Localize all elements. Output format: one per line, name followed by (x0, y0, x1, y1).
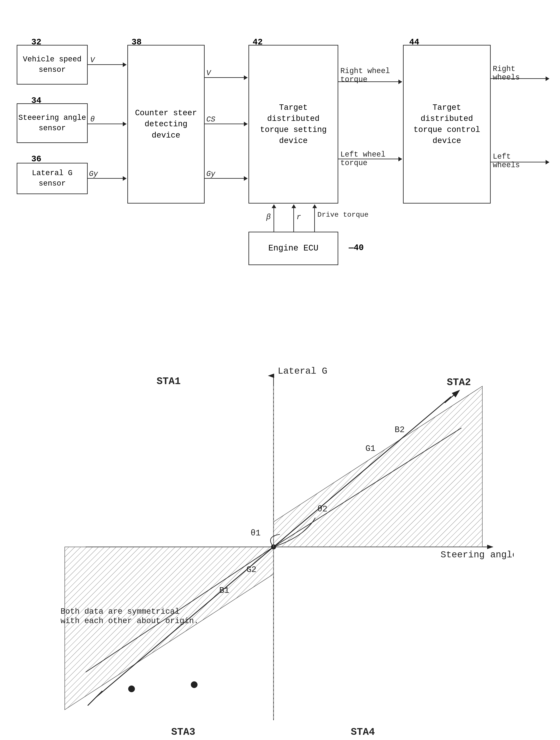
svg-text:B2: B2 (395, 425, 405, 435)
steering-angle-sensor-box: Steeering angle sensor (17, 103, 88, 143)
label-cs: CS (206, 115, 215, 124)
label-r: r (296, 213, 301, 221)
label-beta: β (266, 213, 271, 221)
arrow-r (293, 204, 294, 232)
svg-text:G1: G1 (365, 444, 375, 453)
label-right-wheel-torque: Right wheel torque (340, 67, 390, 84)
lateral-g-sensor-box: Lateral G sensor (17, 163, 88, 194)
svg-text:Both data are symmetrical: Both data are symmetrical (61, 607, 180, 616)
target-distributed-torque-setting-box: Target distributed torque setting device (249, 45, 338, 203)
svg-line-9 (445, 390, 459, 403)
target-distributed-torque-control-box: Target distributed torque control device (403, 45, 491, 203)
label-right-wheels: Right wheels (493, 65, 520, 82)
svg-text:θ1: θ1 (251, 529, 261, 538)
svg-marker-6 (274, 386, 482, 547)
label-v2: V (206, 69, 211, 77)
svg-text:Lateral G: Lateral G (278, 366, 328, 376)
svg-marker-7 (65, 547, 274, 710)
arrow-beta (274, 204, 274, 232)
svg-text:with each other about origin.: with each other about origin. (61, 617, 199, 625)
svg-point-31 (191, 681, 197, 688)
counter-steer-box: Counter steer detecting device (127, 45, 205, 203)
arrow-drive-torque (314, 204, 315, 232)
label-v1: V (90, 56, 95, 65)
label-theta: θ (90, 115, 95, 124)
ref-36: 36 (31, 155, 41, 164)
vehicle-speed-sensor-box: Vehicle speed sensor (17, 45, 88, 85)
svg-text:Steering angle: Steering angle (441, 550, 514, 560)
diagram-bottom: STA1 STA2 STA3 STA4 Lateral G Steering a… (12, 355, 548, 740)
page: { "diagram1": { "title": "Block Diagram"… (0, 0, 560, 740)
svg-text:STA1: STA1 (157, 376, 181, 387)
diagram2-svg: STA1 STA2 STA3 STA4 Lateral G Steering a… (54, 355, 514, 740)
svg-text:B1: B1 (219, 586, 229, 595)
diagram-top: 32 34 36 38 42 44 Vehicle speed sensor S… (12, 17, 548, 330)
svg-text:STA3: STA3 (171, 726, 195, 738)
svg-text:STA2: STA2 (447, 377, 471, 388)
label-gy1: Gy (89, 170, 98, 178)
label-drive-torque: Drive torque (317, 211, 369, 219)
svg-point-15 (128, 685, 135, 692)
label-left-wheel-torque: Left wheel torque (340, 150, 385, 167)
svg-text:STA4: STA4 (351, 726, 375, 738)
label-gy2: Gy (206, 170, 215, 178)
ref-40: —40 (349, 243, 364, 253)
engine-ecu-box: Engine ECU (249, 232, 338, 265)
svg-text:G2: G2 (247, 565, 256, 574)
arrow-v2 (205, 77, 248, 78)
label-left-wheels: Left wheels (493, 153, 520, 170)
svg-text:θ2: θ2 (317, 504, 328, 514)
